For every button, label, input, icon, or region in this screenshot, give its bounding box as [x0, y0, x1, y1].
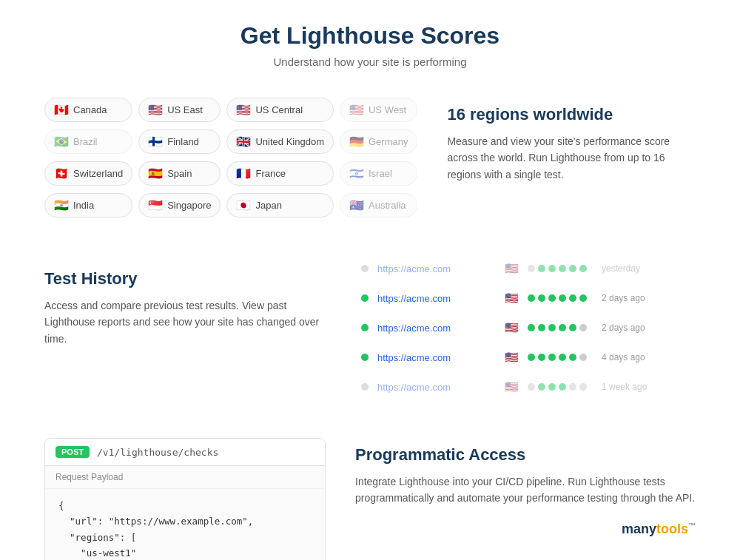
score-dot — [579, 324, 587, 331]
score-dot — [528, 265, 535, 272]
region-name: US East — [167, 104, 203, 115]
page-subtitle: Understand how your site is performing — [44, 55, 696, 68]
history-row[interactable]: https://acme.com 🇺🇸 1 week ago — [355, 373, 696, 401]
status-dot — [361, 354, 369, 361]
brand-highlight: tools — [656, 522, 688, 536]
region-name: Spain — [167, 168, 192, 179]
history-time: 1 week ago — [602, 382, 647, 392]
score-dot — [548, 265, 556, 272]
score-dot — [579, 294, 587, 302]
endpoint-label: /v1/lighthouse/checks — [97, 447, 218, 458]
region-chip[interactable]: 🇯🇵Japan — [226, 193, 334, 217]
history-flag: 🇺🇸 — [505, 321, 519, 334]
test-history-title: Test History — [44, 269, 326, 289]
status-dot — [361, 324, 369, 331]
region-name: India — [73, 200, 94, 211]
region-flag: 🇯🇵 — [236, 198, 251, 212]
region-chip[interactable]: 🇺🇸US East — [138, 98, 221, 122]
region-flag: 🇩🇪 — [349, 135, 364, 149]
score-dot — [559, 324, 566, 331]
score-dots — [528, 383, 587, 391]
region-chip[interactable]: 🇺🇸US West — [340, 98, 417, 122]
region-chip[interactable]: 🇮🇱Israel — [340, 161, 417, 186]
status-dot — [361, 265, 369, 272]
api-code-block: POST /v1/lighthouse/checks Request Paylo… — [44, 438, 326, 560]
history-row[interactable]: https://acme.com 🇺🇸 2 days ago — [355, 284, 696, 312]
score-dot — [538, 265, 545, 272]
brand-text: manytools™ — [622, 522, 696, 536]
history-url: https://acme.com — [377, 352, 496, 363]
score-dot — [538, 294, 545, 302]
region-chip[interactable]: 🇬🇧United Kingdom — [226, 129, 334, 154]
region-chip[interactable]: 🇩🇪Germany — [340, 129, 417, 154]
region-flag: 🇮🇱 — [349, 166, 364, 181]
score-dot — [548, 383, 556, 391]
history-row[interactable]: https://acme.com 🇺🇸 2 days ago — [355, 314, 696, 342]
region-flag: 🇺🇸 — [148, 103, 163, 117]
history-url: https://acme.com — [377, 263, 496, 274]
test-history-list: https://acme.com 🇺🇸 yesterday https://ac… — [355, 254, 696, 401]
score-dot — [528, 383, 535, 391]
score-dot — [548, 294, 556, 302]
score-dot — [528, 354, 535, 361]
region-chip[interactable]: 🇧🇷Brazil — [44, 129, 132, 154]
region-name: Japan — [255, 200, 281, 211]
score-dot — [569, 354, 576, 361]
api-section: POST /v1/lighthouse/checks Request Paylo… — [44, 438, 696, 560]
score-dot — [538, 354, 545, 361]
history-flag: 🇺🇸 — [505, 262, 519, 275]
score-dot — [559, 354, 566, 361]
region-flag: 🇨🇭 — [54, 166, 69, 181]
history-url: https://acme.com — [377, 293, 496, 304]
score-dot — [569, 383, 576, 391]
score-dot — [559, 265, 566, 272]
regions-title: 16 regions worldwide — [447, 105, 696, 124]
region-chip[interactable]: 🇦🇺Australia — [340, 193, 417, 217]
region-name: US West — [369, 104, 406, 115]
region-name: Singapore — [167, 200, 211, 211]
score-dots — [528, 294, 587, 302]
region-chip[interactable]: 🇮🇳India — [44, 193, 132, 217]
region-chip[interactable]: 🇪🇸Spain — [138, 161, 221, 186]
brand-tm: ™ — [688, 522, 696, 530]
region-chip[interactable]: 🇫🇷France — [226, 161, 334, 186]
region-name: Canada — [73, 104, 107, 115]
history-url: https://acme.com — [377, 323, 496, 334]
region-chip[interactable]: 🇨🇦Canada — [44, 98, 132, 122]
region-chip[interactable]: 🇨🇭Switzerland — [44, 161, 132, 186]
region-chip[interactable]: 🇺🇸US Central — [226, 98, 334, 122]
region-chip[interactable]: 🇸🇬Singapore — [138, 193, 221, 217]
regions-grid-container: 🇨🇦Canada🇺🇸US East🇺🇸US Central🇺🇸US West🇧🇷… — [44, 98, 417, 217]
regions-section: 🇨🇦Canada🇺🇸US East🇺🇸US Central🇺🇸US West🇧🇷… — [44, 98, 696, 217]
score-dot — [579, 354, 587, 361]
test-history-section: Test History Access and compare previous… — [44, 254, 696, 401]
score-dot — [569, 294, 576, 302]
region-name: Australia — [369, 200, 406, 211]
region-name: Israel — [369, 168, 392, 179]
score-dot — [559, 383, 566, 391]
region-chip[interactable]: 🇫🇮Finland — [138, 129, 221, 154]
region-flag: 🇬🇧 — [236, 135, 251, 149]
score-dot — [528, 294, 535, 302]
history-flag: 🇺🇸 — [505, 291, 519, 305]
score-dot — [528, 324, 535, 331]
history-time: 2 days ago — [602, 293, 645, 303]
history-time: yesterday — [602, 263, 640, 274]
test-history-desc: Access and compare previous test results… — [44, 297, 326, 347]
region-name: Germany — [369, 136, 408, 147]
score-dots — [528, 265, 587, 272]
history-row[interactable]: https://acme.com 🇺🇸 4 days ago — [355, 343, 696, 371]
request-label: Request Payload — [45, 466, 325, 489]
code-header: POST /v1/lighthouse/checks — [45, 439, 325, 466]
region-flag: 🇪🇸 — [148, 166, 163, 181]
history-row[interactable]: https://acme.com 🇺🇸 yesterday — [355, 254, 696, 283]
history-url: https://acme.com — [377, 382, 496, 393]
region-name: Switzerland — [73, 168, 123, 179]
region-name: Finland — [167, 136, 199, 147]
region-flag: 🇧🇷 — [54, 135, 69, 149]
score-dot — [579, 383, 587, 391]
score-dot — [538, 383, 545, 391]
region-flag: 🇺🇸 — [236, 103, 251, 117]
history-time: 4 days ago — [602, 352, 645, 362]
score-dot — [538, 324, 545, 331]
